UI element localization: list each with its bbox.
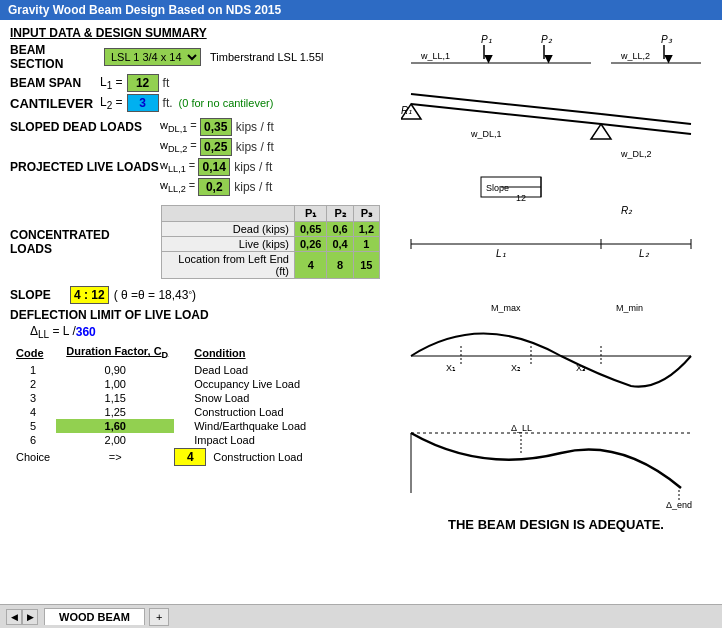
dur-row-5: 5 1,60 Wind/Earthquake Load <box>10 419 312 433</box>
loc-p3[interactable]: 15 <box>353 252 379 279</box>
dead-p1[interactable]: 0,65 <box>294 222 326 237</box>
choice-arrow: => <box>56 447 174 467</box>
slope-value[interactable]: 4 : 12 <box>70 286 109 304</box>
sheet-nav[interactable]: ◀ ▶ <box>6 609 38 625</box>
add-sheet-button[interactable]: + <box>149 608 169 626</box>
delta-ll-label: Δ_LL <box>511 423 532 433</box>
deflect-label: DEFLECTION LIMIT OF LIVE LOAD <box>10 308 209 322</box>
wll1-value[interactable]: 0,14 <box>198 158 230 176</box>
loc-p2[interactable]: 8 <box>327 252 353 279</box>
beam-section-label: BEAM SECTION <box>10 43 100 71</box>
wdl2-unit: kips / ft <box>236 140 274 154</box>
svg-line-8 <box>601 124 691 134</box>
factor-5-cell: 1,60 <box>56 419 174 433</box>
condition-2: Occupancy Live Load <box>174 377 312 391</box>
wll2-value[interactable]: 0,2 <box>198 178 230 196</box>
choice-cell[interactable]: 4 Construction Load <box>174 447 312 467</box>
duration-factor-table: Code Duration Factor, CD Condition 1 0,9… <box>10 344 312 466</box>
beam-span-var: L1 = <box>100 75 123 91</box>
wll1-diagram-label: w_LL,1 <box>420 51 450 61</box>
dur-row-1: 1 0,90 Dead Load <box>10 363 312 377</box>
beam-span-unit: ft <box>163 76 170 90</box>
choice-label: Choice <box>10 447 56 467</box>
conc-header-p2: P₂ <box>327 206 353 222</box>
dead-p2[interactable]: 0,6 <box>327 222 353 237</box>
wdl2-diagram-label: w_DL,2 <box>620 149 652 159</box>
wood-beam-tab[interactable]: WOOD BEAM <box>44 608 145 625</box>
slope-angle-text: ( θ = <box>114 288 138 302</box>
slope-close-paren: ) <box>192 288 196 302</box>
wll2-diagram-label: w_LL,2 <box>620 51 650 61</box>
wdl1-unit: kips / ft <box>236 120 274 134</box>
dur-row-2: 2 1,00 Occupancy Live Load <box>10 377 312 391</box>
conc-header-empty <box>162 206 295 222</box>
location-label: Location from Left End (ft) <box>162 252 295 279</box>
x2-label: X₂ <box>511 363 521 373</box>
deflect-divisor[interactable]: 360 <box>76 325 96 339</box>
sloped-dead-label: SLOPED DEAD LOADS <box>10 120 160 134</box>
live-p3[interactable]: 1 <box>353 237 379 252</box>
condition-6: Impact Load <box>174 433 312 447</box>
nav-right[interactable]: ▶ <box>22 609 38 625</box>
cantilever-value[interactable]: 3 <box>127 94 159 112</box>
wll2-unit: kips / ft <box>234 180 272 194</box>
svg-line-6 <box>601 114 691 124</box>
loc-p1[interactable]: 4 <box>294 252 326 279</box>
beam-span-value[interactable]: 12 <box>127 74 159 92</box>
cantilever-note: (0 for no cantilever) <box>179 97 274 109</box>
condition-4: Construction Load <box>174 405 312 419</box>
beam-span-label: BEAM SPAN <box>10 76 100 90</box>
beam-section-select[interactable]: LSL 1 3/4 x 14 <box>104 48 201 66</box>
cantilever-unit: ft. <box>163 96 173 110</box>
dead-p3[interactable]: 1,2 <box>353 222 379 237</box>
condition-1: Dead Load <box>174 363 312 377</box>
adequate-result: THE BEAM DESIGN IS ADEQUATE. <box>448 517 664 532</box>
condition-5: Wind/Earthquake Load <box>174 419 312 433</box>
wdl1-label: wDL,1 = <box>160 119 197 134</box>
slope-12-label: 12 <box>516 193 526 203</box>
live-p1[interactable]: 0,26 <box>294 237 326 252</box>
p3-label: P₃ <box>661 34 673 45</box>
conc-header-p1: P₁ <box>294 206 326 222</box>
l1-dim-label: L₁ <box>496 248 506 259</box>
title-bar: Gravity Wood Beam Design Based on NDS 20… <box>0 0 722 20</box>
condition-3: Snow Load <box>174 391 312 405</box>
concentrated-loads-table: P₁ P₂ P₃ Dead (kips) 0,65 0,6 1,2 Live (… <box>161 205 380 279</box>
nav-left[interactable]: ◀ <box>6 609 22 625</box>
mmax-right-label: M_min <box>616 303 643 313</box>
svg-marker-13 <box>591 124 611 139</box>
live-p2[interactable]: 0,4 <box>327 237 353 252</box>
wdl1-diagram-label: w_DL,1 <box>470 129 502 139</box>
right-panel: P₁ P₂ P₃ w_LL,1 w_LL,2 <box>390 20 722 604</box>
delta-symbol: ΔLL = L / <box>30 324 76 340</box>
wdl2-value[interactable]: 0,25 <box>200 138 232 156</box>
delta-end-label: Δ_end <box>666 500 692 510</box>
choice-condition-text: Construction Load <box>213 451 302 463</box>
wll2-label: wLL,2 = <box>160 179 195 194</box>
wll1-unit: kips / ft <box>234 160 272 174</box>
wll1-label: wLL,1 = <box>160 159 195 174</box>
svg-line-5 <box>411 94 601 114</box>
wdl2-label: wDL,2 = <box>160 139 197 154</box>
cantilever-label: CANTILEVER <box>10 96 100 111</box>
beam-diagram-svg: P₁ P₂ P₃ w_LL,1 w_LL,2 <box>401 29 711 299</box>
r2-label: R₂ <box>621 205 633 216</box>
beam-section-desc: Timberstrand LSL 1.55l <box>210 51 324 63</box>
wdl1-value[interactable]: 0,35 <box>200 118 232 136</box>
cantilever-var: L2 = <box>100 95 123 111</box>
p2-label: P₂ <box>541 34 553 45</box>
svg-line-7 <box>411 104 601 124</box>
main-window: Gravity Wood Beam Design Based on NDS 20… <box>0 0 722 628</box>
left-panel: INPUT DATA & DESIGN SUMMARY BEAM SECTION… <box>0 20 390 604</box>
dur-row-3: 3 1,15 Snow Load <box>10 391 312 405</box>
bottom-bar: ◀ ▶ WOOD BEAM + <box>0 604 722 628</box>
dead-kips-label: Dead (kips) <box>162 222 295 237</box>
l2-dim-label: L₂ <box>639 248 650 259</box>
x3-label: X₃ <box>576 363 586 373</box>
input-section-heading: INPUT DATA & DESIGN SUMMARY <box>10 26 380 40</box>
window-title: Gravity Wood Beam Design Based on NDS 20… <box>8 3 281 17</box>
mmax-left-label: M_max <box>491 303 521 313</box>
dur-col-condition: Condition <box>174 344 312 362</box>
slope-angle-value: θ = 18,43 <box>138 288 188 302</box>
x1-label: X₁ <box>446 363 456 373</box>
